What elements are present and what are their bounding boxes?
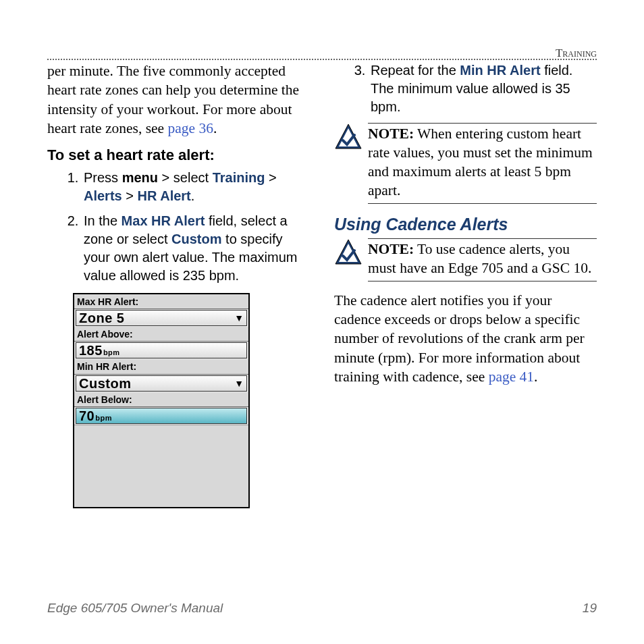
ui-term-max-hr: Max HR Alert bbox=[122, 213, 205, 228]
device-screenshot: Max HR Alert: Zone 5 ▼ Alert Above: 185b… bbox=[73, 293, 250, 509]
device-lbl-above: Alert Above: bbox=[74, 327, 248, 342]
ui-term-hralert: HR Alert bbox=[138, 188, 191, 203]
note-1-label: NOTE: bbox=[368, 126, 414, 142]
header-text: Training bbox=[556, 47, 597, 59]
right-column: Repeat for the Min HR Alert field. The m… bbox=[334, 61, 597, 508]
step3-txt-a: Repeat for the bbox=[371, 63, 460, 78]
ui-term-menu: menu bbox=[122, 170, 158, 185]
device-val-below: 70bpm bbox=[79, 407, 112, 425]
dropdown-icon: ▼ bbox=[234, 312, 244, 324]
intro-paragraph: per minute. The five commonly accepted h… bbox=[47, 61, 310, 138]
cadence-body: The cadence alert notifies you if your c… bbox=[334, 291, 597, 387]
page-36-link[interactable]: page 36 bbox=[167, 120, 213, 136]
page-41-link[interactable]: page 41 bbox=[489, 369, 534, 385]
ui-term-alerts: Alerts bbox=[84, 188, 122, 203]
step1-txt-d: > bbox=[122, 188, 138, 203]
step-1: Press menu > select Training > Alerts > … bbox=[82, 169, 310, 205]
step2-txt-a: In the bbox=[84, 213, 122, 228]
note-2-label: NOTE: bbox=[368, 241, 414, 257]
section-header: Training bbox=[47, 47, 597, 60]
device-val-above: 185bpm bbox=[79, 342, 120, 359]
ui-term-custom: Custom bbox=[171, 232, 221, 246]
steps-list-left: Press menu > select Training > Alerts > … bbox=[47, 169, 310, 285]
step1-txt-b: > select bbox=[158, 170, 213, 185]
step1-txt-a: Press bbox=[84, 170, 122, 185]
device-empty-area bbox=[74, 425, 248, 507]
device-lbl-below: Alert Below: bbox=[74, 392, 248, 407]
page-footer: Edge 605/705 Owner's Manual 19 bbox=[47, 601, 597, 616]
device-val-max: Zone 5 bbox=[79, 309, 124, 327]
step1-txt-e: . bbox=[191, 188, 195, 203]
step1-txt-c: > bbox=[265, 170, 276, 185]
note-1-body: NOTE: When entering custom heart rate va… bbox=[368, 123, 597, 204]
ui-term-min-hr: Min HR Alert bbox=[460, 63, 540, 78]
ui-term-training: Training bbox=[213, 170, 265, 185]
device-lbl-min: Min HR Alert: bbox=[74, 359, 248, 374]
device-field-below: 70bpm bbox=[76, 408, 247, 424]
footer-title: Edge 605/705 Owner's Manual bbox=[47, 601, 223, 616]
below-num: 70 bbox=[79, 407, 95, 425]
steps-list-right: Repeat for the Min HR Alert field. The m… bbox=[334, 61, 597, 116]
device-field-above: 185bpm bbox=[76, 342, 247, 358]
device-lbl-max: Max HR Alert: bbox=[74, 294, 248, 309]
note-2-body: NOTE: To use cadence alerts, you must ha… bbox=[368, 238, 597, 281]
device-field-max: Zone 5 ▼ bbox=[76, 310, 247, 326]
step-3: Repeat for the Min HR Alert field. The m… bbox=[369, 61, 597, 116]
header-divider bbox=[47, 59, 597, 60]
left-column: per minute. The five commonly accepted h… bbox=[47, 61, 310, 508]
footer-page: 19 bbox=[583, 601, 597, 616]
above-num: 185 bbox=[79, 342, 103, 359]
procedure-heading: To set a heart rate alert: bbox=[47, 145, 310, 165]
cadence-text-b: . bbox=[534, 369, 537, 385]
cadence-heading: Using Cadence Alerts bbox=[334, 213, 597, 236]
checkmark-triangle-icon bbox=[334, 123, 363, 151]
note-2: NOTE: To use cadence alerts, you must ha… bbox=[334, 238, 597, 281]
checkmark-triangle-icon bbox=[334, 238, 363, 267]
step-2: In the Max HR Alert field, select a zone… bbox=[82, 212, 310, 285]
device-val-min: Custom bbox=[79, 375, 131, 392]
cadence-text-a: The cadence alert notifies you if your c… bbox=[334, 292, 585, 385]
device-field-min: Custom ▼ bbox=[76, 375, 247, 392]
intro-tail: . bbox=[213, 120, 217, 136]
dropdown-icon: ▼ bbox=[234, 377, 244, 390]
note-1: NOTE: When entering custom heart rate va… bbox=[334, 123, 597, 204]
below-unit: bpm bbox=[95, 413, 112, 423]
above-unit: bpm bbox=[103, 348, 120, 358]
